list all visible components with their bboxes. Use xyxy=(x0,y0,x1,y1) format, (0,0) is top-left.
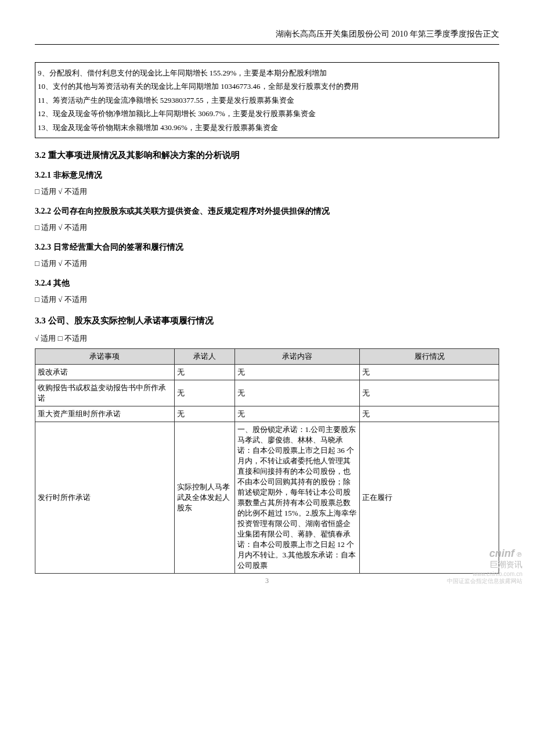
table-cell: 无 xyxy=(234,364,360,380)
page-number: 3 xyxy=(265,577,269,585)
table-row: 股改承诺 无 无 无 xyxy=(35,364,499,380)
section-3-2-2-title: 3.2.2 公司存在向控股股东或其关联方提供资金、违反规定程序对外提供担保的情况 xyxy=(35,206,499,217)
table-header-row: 承诺事项 承诺人 承诺内容 履行情况 xyxy=(35,348,499,364)
table-row: 重大资产重组时所作承诺 无 无 无 xyxy=(35,406,499,422)
table-row: 收购报告书或权益变动报告书中所作承诺 无 无 无 xyxy=(35,380,499,406)
table-cell: 无 xyxy=(234,380,360,406)
table-cell: 一、股份锁定承诺：1.公司主要股东马孝武、廖俊德、林林、马晓承诺：自本公司股票上… xyxy=(234,422,360,573)
table-cell: 无 xyxy=(174,406,234,422)
watermark: cninf ℗ 巨潮资讯 www.cninfo.com.cn 中国证监会指定信息… xyxy=(447,548,522,585)
watermark-url: www.cninfo.com.cn xyxy=(472,571,522,577)
watermark-chinese: 巨潮资讯 xyxy=(490,560,522,569)
table-row: 发行时所作承诺 实际控制人马孝武及全体发起人股东 一、股份锁定承诺：1.公司主要… xyxy=(35,422,499,573)
document-header: 湖南长高高压开关集团股份公司 2010 年第三季度季度报告正文 xyxy=(35,29,499,45)
section-3-2-4-title: 3.2.4 其他 xyxy=(35,278,499,289)
table-cell: 无 xyxy=(174,364,234,380)
table-header: 承诺内容 xyxy=(234,348,360,364)
table-cell: 无 xyxy=(360,406,499,422)
table-cell: 收购报告书或权益变动报告书中所作承诺 xyxy=(35,380,175,406)
box-line: 9、分配股利、偿付利息支付的现金比上年同期增长 155.29%，主要是本期分配股… xyxy=(38,66,496,80)
commitments-table: 承诺事项 承诺人 承诺内容 履行情况 股改承诺 无 无 无 收购报告书或权益变动… xyxy=(35,348,499,574)
watermark-logo-text: cninf xyxy=(489,548,514,559)
applicable-status: □ 适用 √ 不适用 xyxy=(35,294,499,305)
box-line: 11、筹资活动产生的现金流净额增长 529380377.55，主要是发行股票募集… xyxy=(38,93,496,107)
table-cell: 发行时所作承诺 xyxy=(35,422,175,573)
section-3-3-title: 3.3 公司、股东及实际控制人承诺事项履行情况 xyxy=(35,315,499,326)
box-line: 13、现金及现金等价物期末余额增加 430.96%，主要是发行股票募集资金 xyxy=(38,121,496,134)
applicable-status: √ 适用 □ 不适用 xyxy=(35,333,499,344)
section-3-2-1-title: 3.2.1 非标意见情况 xyxy=(35,170,499,181)
table-cell: 无 xyxy=(360,380,499,406)
table-header: 履行情况 xyxy=(360,348,499,364)
table-cell: 重大资产重组时所作承诺 xyxy=(35,406,175,422)
table-cell: 无 xyxy=(234,406,360,422)
table-cell: 无 xyxy=(174,380,234,406)
box-line: 10、支付的其他与筹资活动有关的现金比上年同期增加 10346773.46，全部… xyxy=(38,80,496,93)
applicable-status: □ 适用 √ 不适用 xyxy=(35,186,499,197)
section-3-2-3-title: 3.2.3 日常经营重大合同的签署和履行情况 xyxy=(35,242,499,253)
watermark-desc: 中国证监会指定信息披露网站 xyxy=(447,578,522,584)
section-3-2-title: 3.2 重大事项进展情况及其影响和解决方案的分析说明 xyxy=(35,150,499,161)
analysis-box: 9、分配股利、偿付利息支付的现金比上年同期增长 155.29%，主要是本期分配股… xyxy=(35,62,499,138)
table-header: 承诺人 xyxy=(174,348,234,364)
table-cell: 股改承诺 xyxy=(35,364,175,380)
table-cell: 实际控制人马孝武及全体发起人股东 xyxy=(174,422,234,573)
applicable-status: □ 适用 √ 不适用 xyxy=(35,222,499,233)
watermark-logo-icon: ℗ xyxy=(516,551,522,558)
table-header: 承诺事项 xyxy=(35,348,175,364)
box-line: 12、现金及现金等价物净增加额比上年同期增长 3069.7%，主要是发行股票募集… xyxy=(38,107,496,120)
table-cell: 无 xyxy=(360,364,499,380)
applicable-status: □ 适用 √ 不适用 xyxy=(35,258,499,269)
